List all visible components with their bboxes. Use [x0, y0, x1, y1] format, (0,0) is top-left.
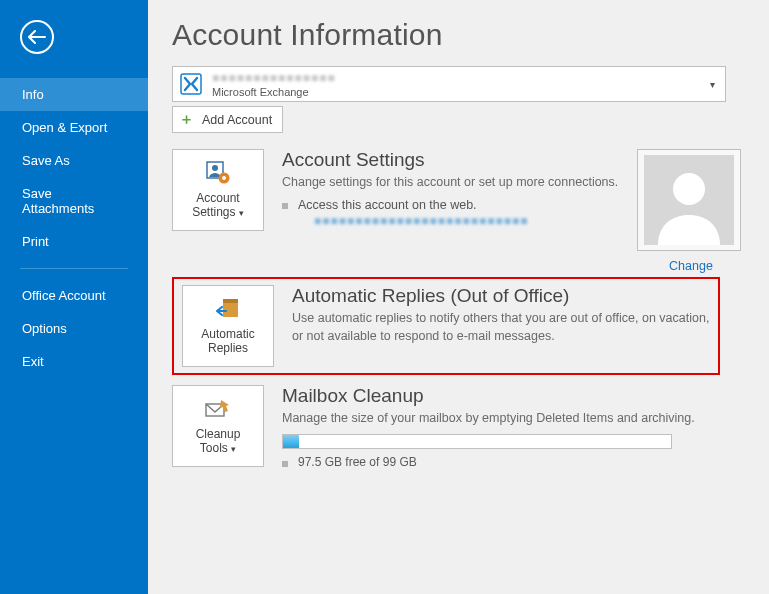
- mailbox-cleanup-title: Mailbox Cleanup: [282, 385, 745, 407]
- access-web-line: Access this account on the web. ■■■■■■■■…: [282, 198, 619, 228]
- sidebar-item-save-attachments[interactable]: Save Attachments: [0, 177, 148, 225]
- bullet-icon: [282, 203, 288, 209]
- access-web-label: Access this account on the web.: [298, 198, 477, 212]
- mailbox-progress: [282, 434, 672, 449]
- exchange-icon: [176, 69, 206, 99]
- sidebar-label: Open & Export: [22, 120, 107, 135]
- account-email: ■■■■■■■■■■■■■■■: [212, 71, 710, 85]
- account-settings-body: Account Settings Change settings for thi…: [282, 149, 619, 273]
- sidebar-label: Save Attachments: [22, 186, 94, 216]
- sidebar-item-info[interactable]: Info: [0, 78, 148, 111]
- mailbox-progress-bar: [283, 435, 299, 448]
- back-arrow-icon: [28, 30, 46, 44]
- sidebar-separator: [20, 268, 128, 269]
- access-web-link[interactable]: ■■■■■■■■■■■■■■■■■■■■■■■■■■: [314, 214, 528, 228]
- cleanup-tools-tile[interactable]: CleanupTools ▾: [172, 385, 264, 467]
- sidebar-label: Office Account: [22, 288, 106, 303]
- account-settings-icon: [204, 160, 232, 186]
- chevron-down-icon: ▾: [239, 208, 244, 218]
- sidebar-item-office-account[interactable]: Office Account: [0, 279, 148, 312]
- tile-label: AutomaticReplies: [201, 328, 254, 356]
- section-automatic-replies: AutomaticReplies Automatic Replies (Out …: [180, 285, 712, 367]
- automatic-replies-icon: [214, 296, 242, 322]
- cleanup-tools-icon: [203, 396, 233, 422]
- avatar: [637, 149, 741, 251]
- bullet-icon: [282, 461, 288, 467]
- svg-point-4: [222, 176, 226, 180]
- mailbox-cleanup-body: Mailbox Cleanup Manage the size of your …: [282, 385, 745, 469]
- tile-label: AccountSettings ▾: [192, 192, 244, 220]
- tile-label: CleanupTools ▾: [196, 428, 241, 456]
- sidebar-item-exit[interactable]: Exit: [0, 345, 148, 378]
- add-account-label: Add Account: [202, 113, 272, 127]
- automatic-replies-body: Automatic Replies (Out of Office) Use au…: [292, 285, 712, 367]
- sidebar-item-options[interactable]: Options: [0, 312, 148, 345]
- main-content: Account Information ■■■■■■■■■■■■■■■ Micr…: [148, 0, 769, 594]
- mailbox-progress-wrap: 97.5 GB free of 99 GB: [282, 434, 745, 469]
- account-settings-desc: Change settings for this account or set …: [282, 174, 619, 192]
- add-account-button[interactable]: ＋ Add Account: [172, 106, 283, 133]
- sidebar-label: Info: [22, 87, 44, 102]
- change-photo-link[interactable]: Change: [669, 259, 713, 273]
- back-button[interactable]: [20, 20, 54, 54]
- sidebar-list-secondary: Office Account Options Exit: [0, 279, 148, 378]
- user-placeholder-icon: [644, 155, 734, 245]
- account-settings-title: Account Settings: [282, 149, 619, 171]
- sidebar-label: Options: [22, 321, 67, 336]
- mailbox-size-line: 97.5 GB free of 99 GB: [282, 455, 745, 469]
- account-text: ■■■■■■■■■■■■■■■ Microsoft Exchange: [206, 71, 710, 98]
- avatar-block: Change: [637, 149, 745, 273]
- section-mailbox-cleanup: CleanupTools ▾ Mailbox Cleanup Manage th…: [172, 385, 745, 469]
- svg-point-2: [212, 165, 218, 171]
- sidebar-item-print[interactable]: Print: [0, 225, 148, 258]
- page-title: Account Information: [172, 18, 745, 52]
- plus-icon: ＋: [177, 110, 196, 129]
- automatic-replies-desc: Use automatic replies to notify others t…: [292, 310, 712, 345]
- sidebar-label: Exit: [22, 354, 44, 369]
- sidebar-label: Print: [22, 234, 49, 249]
- automatic-replies-title: Automatic Replies (Out of Office): [292, 285, 712, 307]
- sidebar-list-primary: Info Open & Export Save As Save Attachme…: [0, 78, 148, 258]
- chevron-down-icon: ▾: [231, 444, 236, 454]
- automatic-replies-tile[interactable]: AutomaticReplies: [182, 285, 274, 367]
- sidebar-item-save-as[interactable]: Save As: [0, 144, 148, 177]
- mailbox-cleanup-desc: Manage the size of your mailbox by empty…: [282, 410, 745, 428]
- account-dropdown[interactable]: ■■■■■■■■■■■■■■■ Microsoft Exchange ▾: [172, 66, 726, 102]
- account-settings-tile[interactable]: AccountSettings ▾: [172, 149, 264, 231]
- svg-rect-8: [223, 299, 238, 303]
- mailbox-free-label: 97.5 GB free of 99 GB: [298, 455, 417, 469]
- sidebar-item-open-export[interactable]: Open & Export: [0, 111, 148, 144]
- section-automatic-replies-highlight: AutomaticReplies Automatic Replies (Out …: [172, 277, 720, 375]
- caret-down-icon: ▾: [710, 79, 715, 90]
- backstage-sidebar: Info Open & Export Save As Save Attachme…: [0, 0, 148, 594]
- account-type: Microsoft Exchange: [212, 86, 710, 98]
- sidebar-label: Save As: [22, 153, 70, 168]
- svg-point-6: [673, 173, 705, 205]
- section-account-settings: AccountSettings ▾ Account Settings Chang…: [172, 149, 745, 273]
